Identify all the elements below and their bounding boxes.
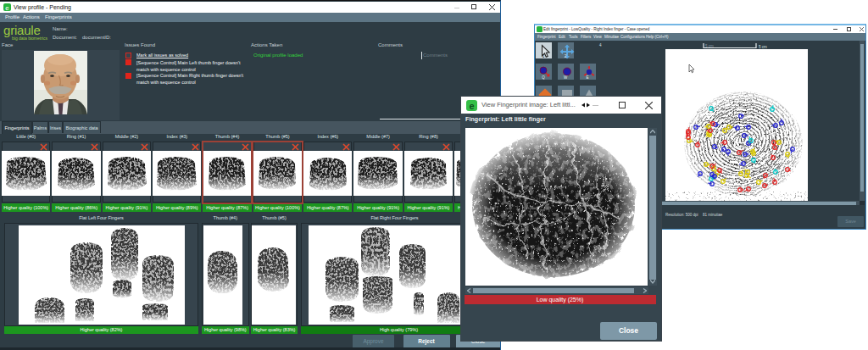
svg-text:5 cm: 5 cm xyxy=(705,44,714,48)
svg-text:e: e xyxy=(469,100,474,110)
svg-text:e: e xyxy=(5,4,9,12)
